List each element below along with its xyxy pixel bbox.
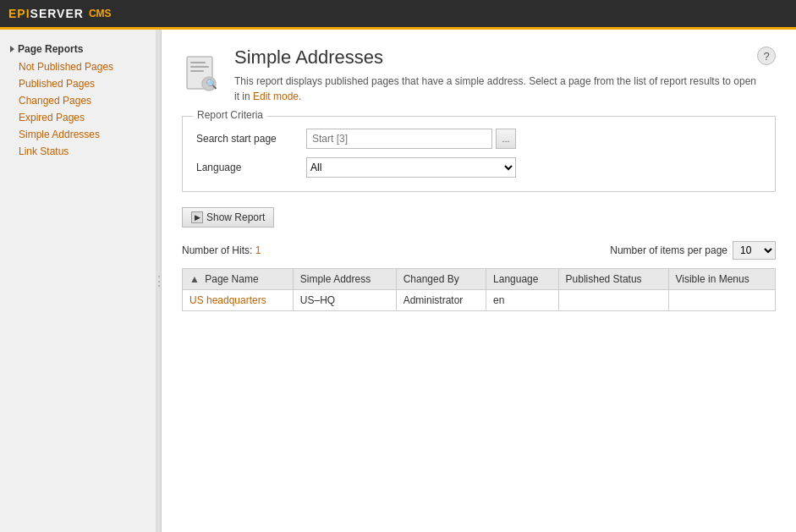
col-published-status[interactable]: Published Status: [558, 269, 668, 290]
page-description-text: This report displays published pages tha…: [234, 75, 756, 102]
col-visible-in-menus[interactable]: Visible in Menus: [668, 269, 776, 290]
per-page-select[interactable]: 10 25 50 100: [733, 241, 776, 260]
help-button[interactable]: ?: [757, 47, 776, 65]
search-start-page-field: ...: [306, 129, 516, 149]
page-description: This report displays published pages tha…: [234, 74, 757, 104]
language-label: Language: [196, 162, 306, 173]
search-start-page-input[interactable]: [306, 129, 492, 149]
logo-cms-text: CMS: [89, 8, 112, 19]
table-body: US headquarters US–HQ Administrator en: [183, 290, 776, 311]
edit-mode-link[interactable]: Edit mode: [253, 90, 299, 102]
sidebar-item-changed[interactable]: Changed Pages: [0, 92, 156, 109]
sidebar-item-simple-addresses[interactable]: Simple Addresses: [0, 126, 156, 143]
per-page-control: Number of items per page 10 25 50 100: [610, 241, 776, 260]
sidebar-item-published[interactable]: Published Pages: [0, 75, 156, 92]
sort-arrow-icon: ▲: [189, 273, 200, 285]
col-page-name[interactable]: ▲ Page Name: [183, 269, 294, 290]
show-report-icon: ▶: [191, 211, 203, 223]
page-name-link[interactable]: US headquarters: [189, 294, 266, 306]
svg-rect-3: [190, 70, 204, 72]
language-field: All English Swedish Norwegian: [306, 157, 516, 178]
expand-triangle-icon: [10, 46, 14, 52]
page-description-end: .: [299, 90, 301, 102]
sidebar-section-title: Page Reports: [0, 38, 156, 58]
sidebar-section-label: Page Reports: [18, 43, 83, 55]
cell-language: en: [486, 290, 558, 311]
browse-button[interactable]: ...: [496, 129, 516, 149]
language-select[interactable]: All English Swedish Norwegian: [306, 157, 516, 178]
sidebar: Page Reports Not Published Pages Publish…: [0, 30, 156, 532]
sidebar-item-link-status[interactable]: Link Status: [0, 143, 156, 160]
hits-count: 1: [255, 244, 261, 256]
show-report-label: Show Report: [206, 211, 265, 223]
page-title-text: Simple Addresses This report displays pu…: [234, 47, 757, 104]
page-report-icon: 🔍: [182, 55, 222, 96]
svg-text:🔍: 🔍: [206, 78, 217, 90]
page-header-left: 🔍 Simple Addresses This report displays …: [182, 47, 757, 104]
table-header: ▲ Page Name Simple Address Changed By La…: [183, 269, 776, 290]
svg-rect-1: [190, 62, 206, 63]
report-criteria-box: Report Criteria Search start page ... La…: [182, 116, 776, 192]
cell-changed-by: Administrator: [396, 290, 486, 311]
cell-published-status: [558, 290, 668, 311]
sidebar-item-expired[interactable]: Expired Pages: [0, 109, 156, 126]
report-criteria-legend: Report Criteria: [193, 109, 267, 121]
svg-rect-2: [190, 66, 209, 68]
cell-simple-address: US–HQ: [293, 290, 396, 311]
show-report-button[interactable]: ▶ Show Report: [182, 207, 274, 228]
results-table: ▲ Page Name Simple Address Changed By La…: [182, 268, 776, 311]
search-start-page-label: Search start page: [196, 133, 306, 145]
logo-epi-text: EPi: [8, 7, 30, 20]
col-simple-address[interactable]: Simple Address: [293, 269, 396, 290]
search-start-page-row: Search start page ...: [196, 129, 761, 149]
col-language[interactable]: Language: [486, 269, 558, 290]
hits-info: Number of Hits: 1: [182, 244, 261, 256]
logo: EPiSERVER CMS: [8, 7, 112, 20]
topbar: EPiSERVER CMS: [0, 0, 796, 27]
page-title: Simple Addresses: [234, 47, 757, 69]
col-changed-by[interactable]: Changed By: [396, 269, 486, 290]
main-layout: Page Reports Not Published Pages Publish…: [0, 30, 796, 532]
table-header-row: ▲ Page Name Simple Address Changed By La…: [183, 269, 776, 290]
cell-page-name: US headquarters: [183, 290, 294, 311]
hits-label: Number of Hits:: [182, 244, 252, 256]
language-row: Language All English Swedish Norwegian: [196, 157, 761, 178]
sidebar-item-not-published[interactable]: Not Published Pages: [0, 58, 156, 75]
results-info: Number of Hits: 1 Number of items per pa…: [182, 241, 776, 260]
logo-episerver: EPiSERVER: [8, 7, 84, 20]
per-page-label: Number of items per page: [610, 244, 727, 256]
page-header: 🔍 Simple Addresses This report displays …: [182, 47, 776, 104]
table-row: US headquarters US–HQ Administrator en: [183, 290, 776, 311]
cell-visible-in-menus: [668, 290, 776, 311]
main-content: 🔍 Simple Addresses This report displays …: [162, 30, 796, 532]
